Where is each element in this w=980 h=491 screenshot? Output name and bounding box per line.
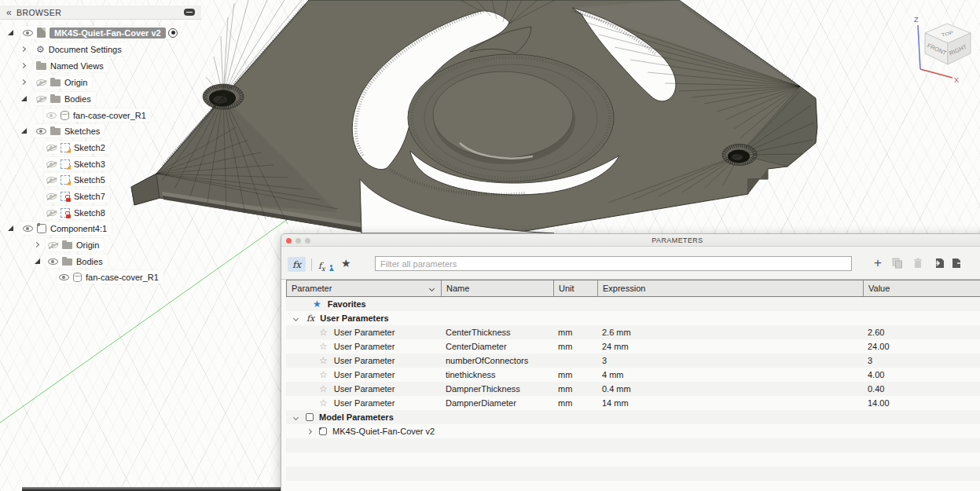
visibility-eye-dim-icon[interactable]	[46, 112, 57, 119]
column-header-expression[interactable]: Expression	[598, 280, 864, 296]
close-window-button[interactable]	[286, 238, 292, 244]
visibility-eye-off-icon[interactable]	[46, 193, 57, 200]
window-titlebar[interactable]: PARAMETERS	[281, 234, 980, 247]
filter-parameters-input[interactable]	[375, 256, 852, 271]
visibility-eye-off-icon[interactable]	[46, 145, 57, 151]
expander-closed-icon[interactable]	[20, 46, 26, 52]
copy-parameter-button[interactable]	[890, 256, 905, 270]
empty-row	[286, 467, 980, 481]
model-parameters-group-row[interactable]: Model Parameters	[286, 410, 980, 424]
fx-icon: fx	[292, 259, 301, 270]
parameter-row[interactable]: ☆User Parameter DampnerDiameter mm 14 mm…	[286, 396, 980, 410]
visibility-eye-off-icon[interactable]	[46, 177, 57, 183]
parameters-table: Parameter Name Unit Expression Value ★Fa…	[286, 280, 980, 491]
expand-chevron-icon[interactable]	[306, 428, 312, 434]
sketch-icon	[61, 143, 70, 152]
param-name-cell[interactable]: DampnerThickness	[441, 384, 553, 394]
expander-open-icon[interactable]	[21, 128, 27, 134]
add-parameter-button[interactable]: +	[871, 256, 885, 270]
parameter-row[interactable]: ☆User Parameter DampnerThickness mm 0.4 …	[286, 382, 980, 396]
visibility-eye-icon[interactable]	[23, 30, 33, 36]
param-name-cell[interactable]: CenterThickness	[441, 328, 553, 337]
tree-item-label[interactable]: MK4S-Quiet-Fan-Cover v2	[50, 27, 166, 38]
favorite-star-outline-icon[interactable]: ☆	[319, 398, 328, 409]
favorite-star-outline-icon[interactable]: ☆	[319, 369, 328, 380]
param-name-cell[interactable]: CenterDiameter	[441, 342, 553, 351]
browser-display-mode-icon[interactable]	[184, 9, 195, 16]
parameter-row[interactable]: ☆User Parameter tinethickness mm 4 mm 4.…	[286, 368, 980, 382]
param-name-cell[interactable]: numberOfConnectors	[441, 356, 553, 365]
sketch-locked-icon	[61, 208, 70, 218]
sketch-icon	[61, 159, 70, 169]
favorite-star-outline-icon[interactable]: ☆	[319, 341, 328, 352]
param-name-cell[interactable]: DampnerDiameter	[441, 398, 553, 408]
expander-open-icon[interactable]	[35, 258, 40, 264]
param-expression-cell[interactable]: 3	[597, 356, 863, 365]
visibility-eye-icon[interactable]	[59, 274, 69, 280]
expander-open-icon[interactable]	[8, 30, 13, 35]
column-header-unit[interactable]: Unit	[554, 280, 598, 296]
delete-parameter-button[interactable]	[911, 256, 925, 270]
visibility-eye-icon[interactable]	[48, 258, 58, 265]
expander-closed-icon[interactable]	[20, 79, 26, 85]
gear-icon: ⚙	[36, 45, 45, 54]
favorite-star-outline-icon[interactable]: ☆	[319, 327, 328, 338]
parameters-toolbar: fx fx ★ +	[281, 247, 980, 280]
sketch-icon	[61, 175, 70, 185]
param-unit-cell: mm	[553, 370, 597, 379]
fx-icon: fx	[306, 313, 314, 324]
collapse-panel-icon[interactable]: «	[6, 9, 12, 16]
body-cylinder-icon	[61, 111, 69, 120]
column-header-parameter[interactable]: Parameter	[287, 280, 442, 296]
expander-closed-icon[interactable]	[34, 242, 39, 247]
zoom-window-button[interactable]	[305, 238, 310, 244]
param-expression-cell[interactable]: 14 mm	[597, 398, 863, 408]
import-parameters-button[interactable]	[932, 256, 946, 270]
user-parameters-filter-button[interactable]: fx	[318, 258, 336, 272]
parameter-row[interactable]: ☆User Parameter CenterDiameter mm 24 mm …	[286, 339, 980, 354]
param-expression-cell[interactable]: 2.6 mm	[597, 328, 863, 337]
expander-open-icon[interactable]	[8, 225, 13, 231]
parameters-window[interactable]: PARAMETERS fx fx ★ + Parameter Name Unit…	[281, 233, 980, 491]
parameter-row[interactable]: ☆User Parameter numberOfConnectors 3 3	[286, 354, 980, 368]
favorite-star-outline-icon[interactable]: ☆	[319, 355, 328, 366]
favorite-star-outline-icon[interactable]: ☆	[319, 383, 328, 394]
export-parameters-button[interactable]	[951, 256, 965, 270]
visibility-eye-off-icon[interactable]	[36, 79, 46, 86]
minimize-window-button[interactable]	[295, 238, 301, 244]
column-header-name[interactable]: Name	[442, 280, 554, 296]
param-unit-cell: mm	[553, 328, 597, 337]
component-icon	[319, 427, 327, 435]
column-header-value[interactable]: Value	[864, 280, 980, 296]
param-expression-cell[interactable]: 0.4 mm	[597, 384, 863, 394]
empty-row	[286, 481, 980, 491]
visibility-eye-off-icon[interactable]	[48, 242, 58, 248]
trash-icon	[913, 258, 923, 269]
expander-open-icon[interactable]	[21, 96, 27, 101]
visibility-eye-icon[interactable]	[36, 128, 46, 134]
collapse-chevron-icon[interactable]	[293, 315, 299, 321]
model-component-row[interactable]: MK4S-Quiet-Fan-Cover v2	[286, 424, 980, 438]
user-parameters-group-row[interactable]: fxUser Parameters	[286, 311, 980, 325]
param-expression-cell[interactable]: 4 mm	[597, 370, 863, 379]
param-expression-cell[interactable]: 24 mm	[597, 342, 863, 351]
parameter-row[interactable]: ☆User Parameter CenterThickness mm 2.6 m…	[286, 325, 980, 339]
visibility-eye-off-icon[interactable]	[46, 210, 57, 216]
visibility-eye-off-icon[interactable]	[46, 161, 57, 167]
activate-component-radio[interactable]	[167, 26, 179, 39]
import-icon	[933, 258, 945, 269]
browser-panel-header: « BROWSER	[0, 5, 201, 20]
browser-title: BROWSER	[17, 8, 61, 17]
favorites-filter-button[interactable]: ★	[341, 257, 351, 269]
visibility-eye-off-icon[interactable]	[36, 96, 46, 102]
favorites-section-row[interactable]: ★Favorites	[286, 297, 980, 311]
viewcube[interactable]: Z X TOP FRONT RIGHT	[904, 9, 978, 88]
collapse-chevron-icon[interactable]	[293, 414, 299, 420]
all-parameters-toggle-button[interactable]: fx	[288, 257, 306, 272]
param-name-cell[interactable]: tinethickness	[441, 370, 553, 379]
visibility-eye-icon[interactable]	[23, 225, 33, 232]
chevron-down-icon[interactable]	[429, 286, 435, 291]
param-value-cell: 3	[863, 356, 980, 365]
param-unit-cell: mm	[553, 342, 597, 351]
expander-closed-icon[interactable]	[20, 63, 26, 68]
